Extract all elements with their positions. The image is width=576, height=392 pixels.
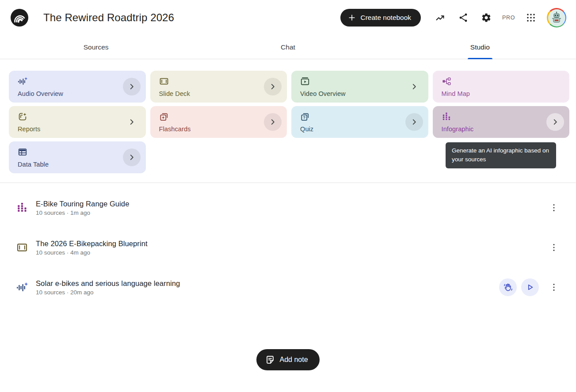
studio-card-label: Reports [18, 126, 138, 133]
google-apps-grid-icon[interactable] [521, 8, 541, 27]
artifact-actions [499, 278, 563, 296]
user-avatar[interactable] [547, 8, 566, 27]
artifact-row-infographic[interactable]: E-Bike Touring Range Guide 10 sources · … [0, 188, 576, 228]
studio-card-label: Audio Overview [18, 90, 138, 97]
pro-badge: PRO [502, 15, 515, 21]
chevron-right-icon[interactable] [405, 113, 423, 131]
studio-card-label: Flashcards [159, 126, 279, 133]
share-icon[interactable] [454, 8, 473, 27]
active-tab-underline [468, 58, 492, 60]
studio-card-label: Quiz [300, 126, 420, 133]
reports-sparkle-icon [18, 112, 138, 122]
add-note-container: Add note [0, 349, 576, 370]
studio-card-label: Slide Deck [159, 90, 279, 97]
infographic-tooltip: Generate an AI infographic based on your… [446, 142, 556, 168]
studio-card-flashcards[interactable]: Flashcards [150, 106, 287, 138]
chevron-right-icon[interactable] [123, 148, 141, 166]
play-icon [525, 282, 535, 292]
artifact-meta: 10 sources · 20m ago [36, 289, 180, 296]
artifact-row-slide-deck[interactable]: The 2026 E-Bikepacking Blueprint 10 sour… [0, 228, 576, 267]
tab-chat[interactable]: Chat [192, 35, 384, 59]
studio-card-label: Data Table [18, 161, 138, 168]
studio-card-reports[interactable]: Reports [9, 106, 146, 138]
more-menu-button[interactable] [545, 199, 563, 217]
interactive-mode-hand-button[interactable] [499, 278, 517, 296]
header-actions: Create notebook PRO [340, 8, 567, 27]
chevron-right-icon[interactable] [126, 117, 137, 127]
svg-text:?: ? [303, 115, 305, 120]
studio-card-label: Infographic [442, 126, 562, 133]
play-audio-button[interactable] [521, 278, 539, 296]
studio-card-mind-map[interactable]: Mind Map [433, 71, 570, 103]
studio-card-infographic[interactable]: Infographic [433, 106, 570, 138]
artifact-meta: 10 sources · 4m ago [36, 249, 148, 256]
audio-waveform-icon [18, 76, 138, 86]
create-notebook-button[interactable]: Create notebook [340, 9, 421, 27]
slide-deck-icon [16, 242, 28, 253]
tab-sources[interactable]: Sources [0, 35, 192, 59]
artifact-title[interactable]: Solar e-bikes and serious language learn… [36, 279, 180, 288]
chevron-right-icon[interactable] [409, 81, 420, 92]
studio-card-slide-deck[interactable]: Slide Deck [150, 71, 287, 103]
chevron-right-icon[interactable] [546, 113, 564, 131]
add-note-button[interactable]: Add note [256, 349, 319, 370]
quiz-icon: ? [300, 112, 420, 122]
artifact-title[interactable]: E-Bike Touring Range Guide [36, 200, 129, 208]
studio-card-audio-overview[interactable]: Audio Overview [9, 71, 146, 103]
more-menu-button[interactable] [545, 239, 563, 256]
panel-tabs: Sources Chat Studio [0, 35, 576, 59]
waving-hand-icon [503, 282, 513, 292]
video-overview-icon [300, 76, 420, 86]
studio-card-video-overview[interactable]: Video Overview [291, 71, 428, 103]
tab-studio[interactable]: Studio [384, 35, 576, 59]
notebooklm-app: The Rewired Roadtrip 2026 Create noteboo… [0, 0, 576, 392]
infographic-bars-icon [16, 202, 28, 213]
studio-card-quiz[interactable]: ? Quiz [291, 106, 428, 138]
chevron-right-icon[interactable] [123, 78, 141, 95]
artifact-meta: 10 sources · 1m ago [36, 209, 129, 216]
notebooklm-logo-icon[interactable] [11, 9, 28, 27]
flashcards-icon [159, 112, 279, 122]
chevron-right-icon[interactable] [264, 113, 282, 131]
slide-deck-icon [159, 76, 279, 86]
header: The Rewired Roadtrip 2026 Create noteboo… [0, 0, 576, 35]
settings-gear-icon[interactable] [477, 8, 496, 27]
more-menu-button[interactable] [545, 278, 563, 296]
studio-card-label: Mind Map [442, 90, 562, 97]
notebook-title[interactable]: The Rewired Roadtrip 2026 [43, 11, 174, 24]
avatar-robot-image [548, 9, 565, 27]
analytics-trending-icon[interactable] [431, 8, 450, 27]
chevron-right-icon[interactable] [264, 78, 282, 95]
data-table-icon [18, 147, 138, 157]
studio-card-label: Video Overview [300, 90, 420, 97]
studio-artifact-list: E-Bike Touring Range Guide 10 sources · … [0, 183, 576, 307]
infographic-bars-icon [442, 112, 562, 122]
artifact-title[interactable]: The 2026 E-Bikepacking Blueprint [36, 240, 148, 248]
mind-map-icon [442, 76, 562, 86]
create-notebook-label: Create notebook [361, 14, 412, 22]
studio-card-data-table[interactable]: Data Table [9, 141, 146, 173]
add-note-label: Add note [279, 356, 308, 364]
plus-icon [347, 13, 356, 22]
artifact-row-audio-overview[interactable]: Solar e-bikes and serious language learn… [0, 267, 576, 307]
note-icon [265, 355, 275, 365]
audio-waveform-icon [16, 282, 28, 293]
